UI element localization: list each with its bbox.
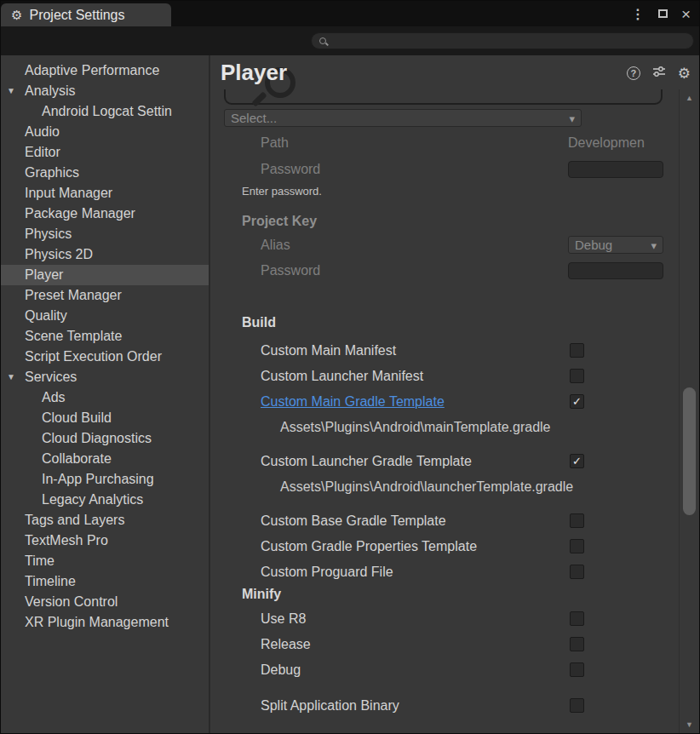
sidebar-item[interactable]: Tags and Layers <box>1 510 209 530</box>
sidebar-item[interactable]: Analysis <box>1 81 209 101</box>
checkbox[interactable] <box>570 539 584 553</box>
scroll-down-icon[interactable] <box>680 720 699 729</box>
sidebar-item-label: Scene Template <box>25 329 122 343</box>
preset-icon[interactable] <box>652 66 666 81</box>
header-icons: ? ⚙ <box>627 66 691 81</box>
project-settings-window: ⚙ Project Settings ⋮ × Adaptive Performa… <box>0 0 700 734</box>
gear-icon[interactable]: ⚙ <box>678 66 691 81</box>
path-label: Path <box>261 134 289 152</box>
keystore-select-dropdown[interactable]: Select... <box>224 109 582 127</box>
maximize-icon[interactable] <box>658 9 668 18</box>
sidebar-item-label: In-App Purchasing <box>42 472 154 486</box>
sidebar-item[interactable]: Physics <box>1 224 209 244</box>
sidebar-item[interactable]: Legacy Analytics <box>1 490 209 510</box>
sidebar-item[interactable]: Audio <box>1 122 209 142</box>
checkbox-label[interactable]: Custom Gradle Properties Template <box>261 534 477 559</box>
sidebar-item[interactable]: TextMesh Pro <box>1 530 209 551</box>
checkbox[interactable] <box>570 343 584 358</box>
sidebar-item[interactable]: Input Manager <box>1 183 209 204</box>
menu-icon[interactable]: ⋮ <box>631 6 645 22</box>
checkbox-label[interactable]: Custom Base Gradle Template <box>261 508 446 534</box>
checkbox-row: Custom Base Gradle Template <box>210 508 679 534</box>
sidebar-item[interactable]: Quality <box>1 306 209 326</box>
keystore-path-row: Path Developmen <box>210 134 679 152</box>
chevron-down-icon <box>651 238 657 252</box>
sidebar-item[interactable]: Script Execution Order <box>1 347 209 367</box>
checkbox[interactable] <box>570 513 584 528</box>
checkbox-label[interactable]: Custom Launcher Gradle Template <box>261 449 472 474</box>
sidebar-item[interactable]: Services <box>1 367 209 387</box>
password-hint: Enter password. <box>210 185 679 198</box>
keystore-password-input[interactable] <box>568 161 663 178</box>
sidebar-item-label: Legacy Analytics <box>42 492 143 507</box>
scroll-thumb[interactable] <box>683 387 696 515</box>
sidebar-item[interactable]: Graphics <box>1 163 209 183</box>
gradle-path: Assets\Plugins\Android\launcherTemplate.… <box>210 474 679 502</box>
sidebar-item-label: Timeline <box>25 574 76 588</box>
foldout-arrow-icon[interactable] <box>7 81 15 101</box>
sidebar-item-label: Analysis <box>25 83 76 98</box>
checkbox[interactable] <box>570 611 584 626</box>
sidebar-item[interactable]: Preset Manager <box>1 285 209 306</box>
checkbox[interactable] <box>570 698 584 713</box>
sidebar-item[interactable]: Time <box>1 551 209 571</box>
checkbox-row: Custom Launcher Manifest <box>210 364 679 389</box>
sidebar-item[interactable]: Editor <box>1 142 209 163</box>
titlebar: ⚙ Project Settings ⋮ × <box>1 1 699 26</box>
sidebar-item[interactable]: Version Control <box>1 592 209 612</box>
checkbox-label[interactable]: Custom Main Manifest <box>261 338 396 364</box>
minify-header: Minify <box>210 587 679 602</box>
settings-scroll-area: Select... Path Developmen Password Enter… <box>210 89 679 733</box>
build-option-block: Custom Gradle Properties Template <box>210 534 679 559</box>
project-key-header: Project Key <box>210 214 679 229</box>
checkbox-row: Release <box>210 632 679 657</box>
alias-dropdown[interactable]: Debug <box>568 236 663 254</box>
sidebar-item-label: Audio <box>25 124 60 139</box>
foldout-arrow-icon[interactable] <box>7 367 15 387</box>
sidebar-item[interactable]: Adaptive Performance <box>1 60 209 81</box>
project-key-password-input[interactable] <box>568 262 663 279</box>
checkbox[interactable] <box>570 394 584 409</box>
sidebar-item[interactable]: Package Manager <box>1 204 209 224</box>
sidebar-item[interactable]: Physics 2D <box>1 244 209 265</box>
scrollbar[interactable] <box>679 89 699 733</box>
sidebar-item[interactable]: Ads <box>1 387 209 408</box>
checkbox[interactable] <box>570 454 584 468</box>
sidebar-item-label: Input Manager <box>25 186 112 200</box>
tab-project-settings[interactable]: ⚙ Project Settings <box>1 3 171 26</box>
sidebar-item[interactable]: Scene Template <box>1 326 209 347</box>
sidebar-item[interactable]: Android Logcat Settin <box>1 101 209 122</box>
checkbox-label[interactable]: Custom Proguard File <box>261 559 393 585</box>
sidebar-item[interactable]: Collaborate <box>1 449 209 469</box>
sidebar-item[interactable]: XR Plugin Management <box>1 612 209 633</box>
gradle-path: Assets\Plugins\Android\mainTemplate.grad… <box>210 415 679 442</box>
close-icon[interactable]: × <box>681 6 691 22</box>
sidebar-item[interactable]: Cloud Diagnostics <box>1 428 209 449</box>
build-option-block: Custom Proguard File <box>210 559 679 585</box>
sidebar-item[interactable]: Timeline <box>1 571 209 592</box>
sidebar-item-label: Cloud Build <box>42 410 112 425</box>
sidebar-item-label: Adaptive Performance <box>25 63 159 77</box>
checkbox[interactable] <box>570 662 584 677</box>
checkbox-row: Custom Launcher Gradle Template <box>210 449 679 474</box>
search-input[interactable] <box>332 33 686 49</box>
alias-value: Debug <box>575 238 612 252</box>
checkbox-label: Split Application Binary <box>261 693 399 719</box>
checkbox-label[interactable]: Custom Launcher Manifest <box>261 364 423 389</box>
sidebar-item-label: Version Control <box>25 594 118 609</box>
checkbox-row: Use R8 <box>210 606 679 632</box>
checkbox[interactable] <box>570 565 584 579</box>
build-option-block: Custom Base Gradle Template <box>210 508 679 534</box>
sidebar-item-label: Time <box>25 553 55 568</box>
minify-options: Use R8 Release Debug <box>210 606 679 683</box>
checkbox[interactable] <box>570 637 584 651</box>
sidebar-item[interactable]: Player <box>1 265 209 285</box>
checkbox[interactable] <box>570 369 584 383</box>
search-bar[interactable] <box>311 32 694 49</box>
checkbox-label[interactable]: Custom Main Gradle Template <box>261 389 445 415</box>
scroll-up-icon[interactable] <box>680 94 699 102</box>
help-icon[interactable]: ? <box>627 66 640 80</box>
build-option-block: Custom Launcher Gradle Template Assets\P… <box>210 449 679 502</box>
sidebar-item[interactable]: In-App Purchasing <box>1 469 209 490</box>
sidebar-item[interactable]: Cloud Build <box>1 408 209 428</box>
